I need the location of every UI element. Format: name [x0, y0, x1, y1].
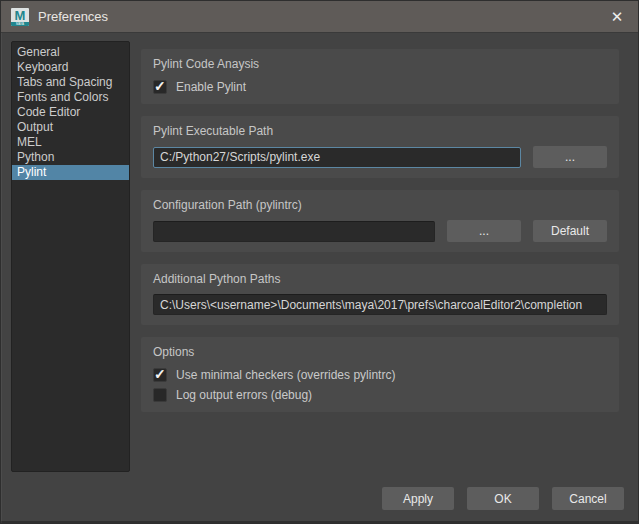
dialog-footer: Apply OK Cancel	[382, 487, 624, 510]
browse-config-button[interactable]: ...	[447, 220, 521, 242]
maya-logo-letter: M	[15, 9, 26, 22]
group-title: Options	[153, 345, 607, 359]
sidebar-item-keyboard[interactable]: Keyboard	[12, 60, 129, 75]
sidebar-item-pylint[interactable]: Pylint	[12, 165, 129, 180]
cancel-button[interactable]: Cancel	[552, 487, 624, 510]
sidebar-item-fonts-and-colors[interactable]: Fonts and Colors	[12, 90, 129, 105]
group-python-paths: Additional Python Paths	[141, 264, 619, 325]
config-path-row: ... Default	[153, 220, 607, 242]
group-options: Options Use minimal checkers (overrides …	[141, 337, 619, 412]
group-title: Pylint Executable Path	[153, 124, 607, 138]
group-pylint-code-analysis: Pylint Code Anaysis Enable Pylint	[141, 49, 619, 104]
checkbox-icon[interactable]	[153, 80, 167, 94]
log-output-errors-checkbox-row[interactable]: Log output errors (debug)	[153, 388, 607, 402]
window-title: Preferences	[38, 9, 108, 24]
checkbox-icon[interactable]	[153, 388, 167, 402]
group-executable-path: Pylint Executable Path ...	[141, 116, 619, 178]
default-config-button[interactable]: Default	[533, 220, 607, 242]
executable-path-row: ...	[153, 146, 607, 168]
checkbox-label: Log output errors (debug)	[176, 388, 312, 402]
group-title: Additional Python Paths	[153, 272, 607, 286]
preferences-dialog: M MAYA Preferences General Keyboard Tabs…	[0, 0, 639, 524]
group-config-path: Configuration Path (pylintrc) ... Defaul…	[141, 190, 619, 252]
pylint-settings-panel: Pylint Code Anaysis Enable Pylint Pylint…	[141, 49, 619, 424]
minimal-checkers-checkbox-row[interactable]: Use minimal checkers (overrides pylintrc…	[153, 368, 607, 382]
python-paths-row	[153, 294, 607, 315]
pylint-executable-path-input[interactable]	[153, 147, 521, 168]
category-list: General Keyboard Tabs and Spacing Fonts …	[11, 41, 130, 472]
sidebar-item-mel[interactable]: MEL	[12, 135, 129, 150]
group-title: Pylint Code Anaysis	[153, 57, 607, 71]
config-path-input[interactable]	[153, 221, 435, 242]
close-icon[interactable]	[608, 8, 626, 26]
additional-python-paths-input[interactable]	[153, 294, 607, 315]
sidebar-item-output[interactable]: Output	[12, 120, 129, 135]
checkbox-label: Enable Pylint	[176, 80, 246, 94]
maya-app-icon: M MAYA	[11, 8, 29, 26]
sidebar-item-general[interactable]: General	[12, 45, 129, 60]
sidebar-item-tabs-and-spacing[interactable]: Tabs and Spacing	[12, 75, 129, 90]
group-title: Configuration Path (pylintrc)	[153, 198, 607, 212]
sidebar-item-code-editor[interactable]: Code Editor	[12, 105, 129, 120]
checkbox-label: Use minimal checkers (overrides pylintrc…	[176, 368, 395, 382]
ok-button[interactable]: OK	[467, 487, 539, 510]
apply-button[interactable]: Apply	[382, 487, 454, 510]
maya-logo-caption: MAYA	[11, 22, 29, 26]
titlebar[interactable]: M MAYA Preferences	[1, 1, 638, 33]
enable-pylint-checkbox-row[interactable]: Enable Pylint	[153, 80, 607, 94]
browse-executable-button[interactable]: ...	[533, 146, 607, 168]
sidebar-item-python[interactable]: Python	[12, 150, 129, 165]
checkbox-icon[interactable]	[153, 368, 167, 382]
